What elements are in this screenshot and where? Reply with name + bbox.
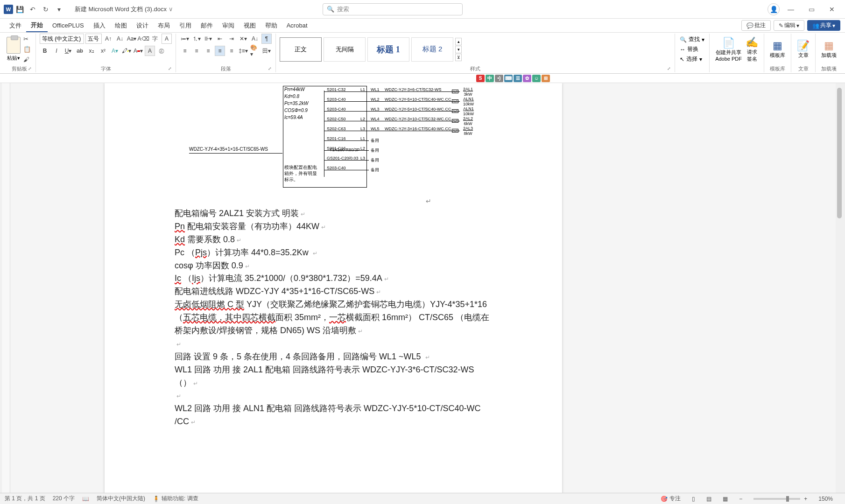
addins-button[interactable]: ▦加载项 xyxy=(819,39,838,60)
tab-insert[interactable]: 插入 xyxy=(89,19,110,32)
underline-icon[interactable]: U▾ xyxy=(63,46,73,56)
page[interactable]: Pn=44kWKd=0.8Pc=35.2kWCOSΦ=0.9Ic=59.4A W… xyxy=(105,83,562,493)
shading-icon[interactable]: 🎨▾ xyxy=(250,46,260,56)
char-border-icon[interactable]: A xyxy=(162,34,172,44)
borders-icon[interactable]: 田▾ xyxy=(261,46,272,56)
request-sign-button[interactable]: ✍ 请求签名 xyxy=(744,35,760,63)
tab-file[interactable]: 文件 xyxy=(5,19,26,32)
ime-punct-icon[interactable]: •) xyxy=(495,75,503,82)
edit-mode-button[interactable]: ✎ 编辑 ▾ xyxy=(774,20,804,31)
undo-icon[interactable]: ↶ xyxy=(26,3,39,16)
share-button[interactable]: 👥 共享 ▾ xyxy=(807,20,840,31)
ime-softkb-icon[interactable]: ☰ xyxy=(514,75,522,82)
select-button[interactable]: ↖ 选择 ▾ xyxy=(679,55,703,63)
clear-format-icon[interactable]: A⌫ xyxy=(138,34,148,44)
tab-design[interactable]: 设计 xyxy=(132,19,153,32)
subscript-icon[interactable]: x₂ xyxy=(86,46,97,56)
zoom-in-icon[interactable]: + xyxy=(804,496,807,502)
text-line[interactable]: WL2 回路 功用 接 ALN1 配电箱 回路线路符号表示 WDZC-YJY-5… xyxy=(175,402,492,428)
styles-expand-icon[interactable]: ⊻ xyxy=(455,54,462,61)
view-print-icon[interactable]: ▤ xyxy=(706,496,711,502)
styles-scroll-down-icon[interactable]: ▾ xyxy=(455,46,462,53)
show-marks-icon[interactable]: ¶ xyxy=(261,34,272,44)
tab-view[interactable]: 视图 xyxy=(239,19,261,32)
highlight-icon[interactable]: 🖍▾ xyxy=(121,46,132,56)
tab-review[interactable]: 审阅 xyxy=(218,19,239,32)
tab-layout[interactable]: 布局 xyxy=(153,19,175,32)
italic-icon[interactable]: I xyxy=(51,46,62,56)
numbering-icon[interactable]: ⒈▾ xyxy=(191,34,202,44)
enclose-char-icon[interactable]: ㊣ xyxy=(156,46,167,56)
style-heading1[interactable]: 标题 1 xyxy=(367,37,409,62)
font-size-select[interactable] xyxy=(85,34,102,44)
ime-sogou-icon[interactable]: S xyxy=(476,75,485,82)
text-effects-icon[interactable]: A▾ xyxy=(110,46,120,56)
view-web-icon[interactable]: ▦ xyxy=(723,496,728,502)
bullets-icon[interactable]: ≔▾ xyxy=(180,34,190,44)
format-painter-icon[interactable]: 🖌 xyxy=(22,55,32,64)
justify-icon[interactable]: ≡ xyxy=(215,46,225,56)
page-count[interactable]: 第 1 页，共 1 页 xyxy=(5,495,45,503)
tab-mail[interactable]: 邮件 xyxy=(196,19,218,32)
style-heading2[interactable]: 标题 2 xyxy=(411,37,453,62)
ime-lang-icon[interactable]: 中 xyxy=(486,75,494,82)
search-box[interactable]: 🔍 搜索 xyxy=(323,3,463,15)
grow-font-icon[interactable]: A↑ xyxy=(103,34,113,44)
copy-icon[interactable]: 📋 xyxy=(22,45,32,54)
text-line[interactable]: Kd 需要系数 0.8↵ xyxy=(175,233,492,246)
asian-layout-icon[interactable]: ✕▾ xyxy=(238,34,248,44)
vertical-scrollbar[interactable] xyxy=(836,83,843,493)
find-button[interactable]: 🔍 查找 ▾ xyxy=(679,35,705,44)
text-line[interactable]: Pn 配电箱安装容量（有功功率）44KW↵ xyxy=(175,220,492,233)
text-line[interactable]: ↵ xyxy=(175,389,492,402)
char-shading-icon[interactable]: A xyxy=(145,46,155,56)
shrink-font-icon[interactable]: A↓ xyxy=(115,34,125,44)
text-line[interactable]: 配电箱进线线路 WDZC-YJY 4*35+1*16-CT/SC65-WS↵ xyxy=(175,285,492,298)
text-line[interactable]: Pc （Pjs）计算功率 44*0.8=35.2Kw ↵ xyxy=(175,246,492,259)
focus-mode[interactable]: 🎯专注 xyxy=(661,495,681,503)
line-spacing-icon[interactable]: ‡≡▾ xyxy=(238,46,248,56)
ime-mic-icon[interactable]: ⌨ xyxy=(504,75,513,82)
superscript-icon[interactable]: x² xyxy=(98,46,108,56)
text-line[interactable]: cosφ 功率因数 0.9↵ xyxy=(175,259,492,273)
tab-help[interactable]: 帮助 xyxy=(261,19,282,32)
writing-button[interactable]: 📝文章 xyxy=(795,39,811,60)
language[interactable]: 简体中文(中国大陆) xyxy=(97,495,145,503)
align-left-icon[interactable]: ≡ xyxy=(180,46,190,56)
align-center-icon[interactable]: ≡ xyxy=(191,46,202,56)
restore-button[interactable]: ▭ xyxy=(802,2,821,17)
view-read-icon[interactable]: ▯ xyxy=(692,496,695,502)
ime-emoji-icon[interactable]: ☺ xyxy=(532,75,541,82)
sort-icon[interactable]: A↓ xyxy=(250,34,260,44)
account-icon[interactable]: 👤 xyxy=(768,3,780,15)
ime-skin-icon[interactable]: ✿ xyxy=(523,75,531,82)
replace-button[interactable]: ↔ 替换 xyxy=(679,45,699,54)
distribute-icon[interactable]: ≡ xyxy=(226,46,237,56)
change-case-icon[interactable]: Aa▾ xyxy=(127,34,137,44)
tab-officeplus[interactable]: OfficePLUS xyxy=(48,19,89,32)
text-line[interactable]: 无卤低烟阻燃 C 型 YJY（交联聚乙烯绝缘聚乙烯护套铜芯电力电缆）YJY-4*… xyxy=(175,298,492,337)
tab-acrobat[interactable]: Acrobat xyxy=(282,19,312,32)
cut-icon[interactable]: ✂ xyxy=(22,35,32,43)
multilevel-icon[interactable]: ⊪▾ xyxy=(203,34,213,44)
scroll-thumb[interactable] xyxy=(837,88,842,218)
text-line[interactable]: WL1 回路 功用 接 2AL1 配电箱 回路线路符号表示 WDZC-YJY-3… xyxy=(175,364,492,390)
styles-scroll-up-icon[interactable]: ▴ xyxy=(455,38,462,45)
decrease-indent-icon[interactable]: ⇤ xyxy=(215,34,225,44)
tab-draw[interactable]: 绘图 xyxy=(110,19,132,32)
templates-button[interactable]: ▦模板库 xyxy=(768,39,787,60)
strikethrough-icon[interactable]: ab xyxy=(75,46,85,56)
zoom-level[interactable]: 150% xyxy=(818,496,833,502)
spell-check-icon[interactable]: 📖 xyxy=(82,496,89,502)
document-body[interactable]: 配电箱编号 2ALZ1 安装方式 明装↵Pn 配电箱安装容量（有功功率）44KW… xyxy=(175,207,492,428)
increase-indent-icon[interactable]: ⇥ xyxy=(226,34,237,44)
collapse-ribbon-icon[interactable]: ⌄ xyxy=(832,64,837,70)
word-count[interactable]: 220 个字 xyxy=(53,495,75,503)
save-icon[interactable]: 💾 xyxy=(13,3,26,16)
zoom-thumb[interactable] xyxy=(786,496,789,502)
style-normal[interactable]: 正文 xyxy=(280,37,322,62)
bold-icon[interactable]: B xyxy=(40,46,50,56)
text-line[interactable]: Ic （Ijs）计算电流 35.2*1000/（0.9*380*1.732）=5… xyxy=(175,272,492,285)
comments-button[interactable]: 💬 批注 xyxy=(741,20,771,31)
phonetic-guide-icon[interactable]: 字 xyxy=(150,34,160,44)
